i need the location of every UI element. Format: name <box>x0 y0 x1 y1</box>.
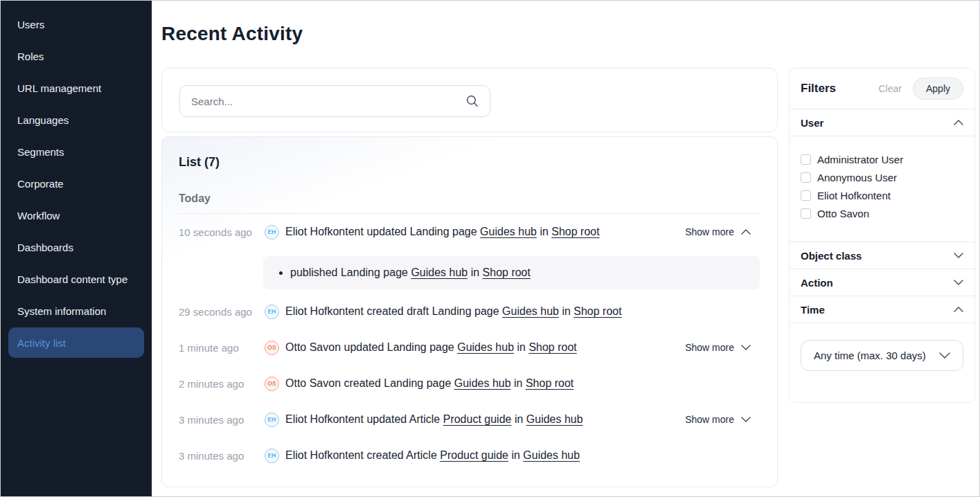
sidebar-item-label: Roles <box>17 51 44 62</box>
filter-option-label: Otto Savon <box>817 208 869 219</box>
sidebar-item-system-information[interactable]: System information <box>8 296 144 326</box>
sidebar-item-url-management[interactable]: URL management <box>8 73 144 103</box>
parent-link[interactable]: Shop root <box>526 377 573 389</box>
activity-text-main: Otto Savon updated Landing page <box>285 341 457 353</box>
time-range-dropdown[interactable]: Any time (max. 30 days) <box>801 340 963 371</box>
object-link[interactable]: Guides hub <box>454 377 511 389</box>
sidebar-item-dashboard-content-type[interactable]: Dashboard content type <box>8 264 144 294</box>
checkbox[interactable] <box>801 172 811 183</box>
filter-option: Anonymous User <box>801 168 963 186</box>
activity-row: 3 minutes ago EH Eliot Hofkontent update… <box>179 401 760 437</box>
activity-text: Otto Savon updated Landing page Guides h… <box>285 341 577 354</box>
app-window: Users Roles URL management Languages Seg… <box>0 0 980 497</box>
activity-text-connector: in <box>511 377 526 389</box>
activity-time: 3 minutes ago <box>179 414 265 426</box>
apply-button[interactable]: Apply <box>913 78 963 100</box>
activity-text-main: Eliot Hofkontent created Article <box>285 449 440 461</box>
filter-section-label: Object class <box>801 250 862 262</box>
checkbox[interactable] <box>801 154 811 165</box>
sidebar-item-label: URL management <box>17 82 101 94</box>
activity-text: Eliot Hofkontent updated Article Product… <box>285 413 583 426</box>
activity-row: 29 seconds ago EH Eliot Hofkontent creat… <box>179 293 760 329</box>
object-link[interactable]: Guides hub <box>457 341 514 353</box>
activity-time: 2 minutes ago <box>179 378 265 390</box>
filter-section-user-toggle[interactable]: User <box>790 109 974 136</box>
object-link[interactable]: Guides hub <box>480 226 537 237</box>
search-icon[interactable] <box>466 95 479 107</box>
activity-text-main: Eliot Hofkontent created draft Landing p… <box>285 305 502 317</box>
search-box <box>179 85 490 117</box>
filter-option-label: Administrator User <box>817 154 903 165</box>
sidebar-item-dashboards[interactable]: Dashboards <box>8 232 144 262</box>
object-link[interactable]: Guides hub <box>411 266 467 278</box>
user-avatar-badge: EH <box>265 305 279 319</box>
sidebar-item-label: Corporate <box>17 178 64 190</box>
page-title: Recent Activity <box>161 21 974 46</box>
filter-option: Otto Savon <box>801 204 963 222</box>
time-range-value: Any time (max. 30 days) <box>814 350 926 361</box>
parent-link[interactable]: Shop root <box>528 341 576 353</box>
activity-text: Otto Savon created Landing page Guides h… <box>285 377 573 390</box>
group-title: Today <box>179 192 760 205</box>
filter-section-label: Action <box>801 277 833 289</box>
detail-text-connector: in <box>467 266 482 278</box>
sidebar-item-roles[interactable]: Roles <box>8 41 144 71</box>
search-input[interactable] <box>191 96 459 107</box>
show-more-button[interactable]: Show more <box>685 414 760 425</box>
object-link[interactable]: Guides hub <box>502 305 559 317</box>
activity-text: Eliot Hofkontent created Article Product… <box>285 449 580 462</box>
activity-row: 3 minutes ago EH Eliot Hofkontent create… <box>179 437 760 473</box>
show-more-label: Show more <box>685 342 734 353</box>
filter-section-action-toggle[interactable]: Action <box>790 269 974 296</box>
filter-section-time: Time Any time (max. 30 days) <box>790 296 974 402</box>
show-more-button[interactable]: Show more <box>685 226 760 237</box>
clear-button[interactable]: Clear <box>872 79 909 98</box>
parent-link[interactable]: Guides hub <box>523 449 580 461</box>
sidebar-item-segments[interactable]: Segments <box>8 136 144 167</box>
chevron-up-icon <box>954 120 963 125</box>
user-avatar-badge: EH <box>265 449 279 463</box>
filters-panel: Filters Clear Apply User Administ <box>789 68 975 403</box>
chevron-down-icon <box>954 253 963 258</box>
sidebar-item-label: Segments <box>17 146 64 158</box>
activity-text-connector: in <box>508 449 523 461</box>
filter-section-label: User <box>801 117 823 129</box>
activity-list-panel: List (7) Today 10 seconds ago EH Eliot H… <box>161 136 778 487</box>
list-title: List (7) <box>179 155 760 170</box>
activity-row: 1 minute ago OS Otto Savon updated Landi… <box>179 329 760 365</box>
object-link[interactable]: Product guide <box>440 449 508 461</box>
activity-time: 1 minute ago <box>179 342 265 354</box>
parent-link[interactable]: Shop root <box>483 266 531 278</box>
sidebar-item-corporate[interactable]: Corporate <box>8 168 144 199</box>
filter-section-object-class: Object class <box>790 242 974 269</box>
object-link[interactable]: Product guide <box>443 413 512 425</box>
parent-link[interactable]: Shop root <box>551 226 599 237</box>
activity-text-connector: in <box>514 341 528 353</box>
activity-detail-item: published Landing page Guides hub in Sho… <box>290 266 531 279</box>
filter-option-label: Anonymous User <box>817 172 897 183</box>
sidebar-item-label: Workflow <box>17 210 60 222</box>
user-avatar-badge: OS <box>265 377 279 391</box>
user-avatar-badge: EH <box>265 413 279 427</box>
parent-link[interactable]: Guides hub <box>526 413 583 425</box>
chevron-up-icon <box>954 307 963 312</box>
activity-time: 10 seconds ago <box>179 226 265 238</box>
activity-row: 10 seconds ago EH Eliot Hofkontent updat… <box>179 214 760 250</box>
sidebar-item-activity-list[interactable]: Activity list <box>8 327 144 358</box>
chevron-down-icon <box>741 345 751 350</box>
activity-time: 29 seconds ago <box>179 306 265 318</box>
show-more-button[interactable]: Show more <box>685 342 760 353</box>
sidebar-item-workflow[interactable]: Workflow <box>8 200 144 231</box>
sidebar-item-label: Languages <box>17 114 69 126</box>
activity-text-main: Eliot Hofkontent updated Landing page <box>285 226 480 237</box>
filter-section-time-toggle[interactable]: Time <box>790 296 974 323</box>
checkbox[interactable] <box>801 208 811 219</box>
activity-time: 3 minutes ago <box>179 450 265 462</box>
checkbox[interactable] <box>801 190 811 201</box>
sidebar-item-users[interactable]: Users <box>8 9 144 39</box>
sidebar-item-languages[interactable]: Languages <box>8 105 144 135</box>
parent-link[interactable]: Shop root <box>573 305 621 317</box>
filter-section-label: Time <box>801 304 825 316</box>
filter-section-object-class-toggle[interactable]: Object class <box>790 242 974 269</box>
chevron-down-icon <box>939 352 950 359</box>
